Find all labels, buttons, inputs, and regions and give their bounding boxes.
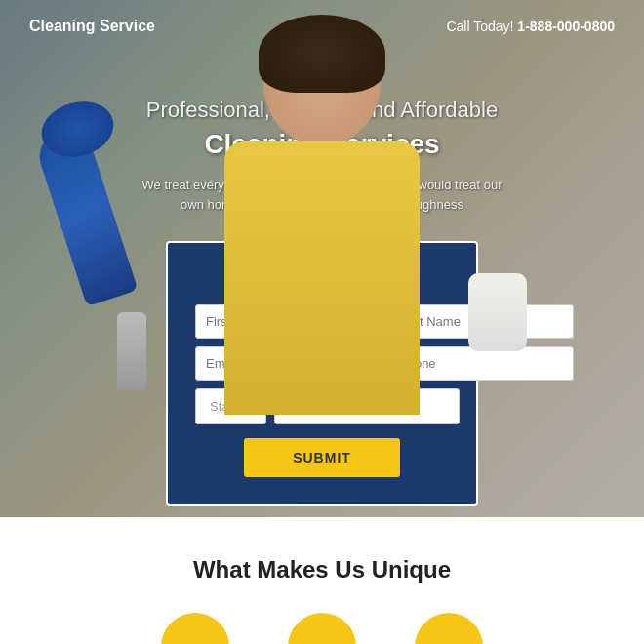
- circle-item-3: [415, 613, 483, 644]
- circles-row: [29, 613, 615, 644]
- circle-item-2: [288, 613, 356, 644]
- submit-button[interactable]: SUBMIT: [244, 438, 400, 477]
- submit-row: SUBMIT: [195, 438, 449, 477]
- bottom-section: What Makes Us Unique: [0, 517, 644, 644]
- bottom-title: What Makes Us Unique: [29, 556, 615, 584]
- circle-icon-3: [415, 613, 483, 644]
- phone-display: Call Today! 1-888-000-0800: [446, 19, 615, 34]
- page-header: Cleaning Service Call Today! 1-888-000-0…: [0, 0, 644, 53]
- site-logo: Cleaning Service: [29, 18, 155, 35]
- hero-section: Cleaning Service Call Today! 1-888-000-0…: [0, 0, 644, 517]
- phone-number: 1-888-000-0800: [517, 19, 615, 34]
- circle-item-1: [161, 613, 229, 644]
- circle-icon-2: [288, 613, 356, 644]
- phone-label: Call Today!: [446, 19, 513, 34]
- circle-icon-1: [161, 613, 229, 644]
